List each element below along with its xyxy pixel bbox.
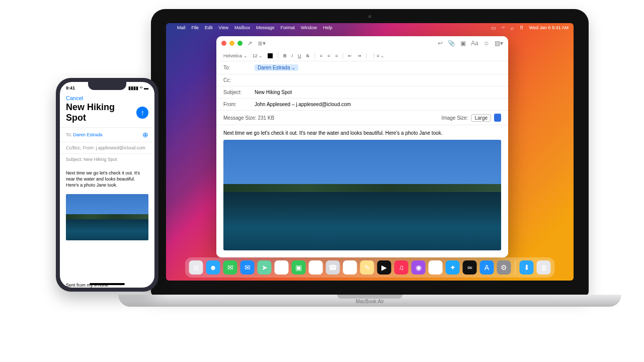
indent-icon[interactable]: ⇥ — [357, 53, 361, 58]
attach-icon[interactable]: 📎 — [448, 40, 455, 47]
recipient-chip[interactable]: Daren Estrada ⌄ — [255, 64, 298, 71]
msgsize-value: 231 KB — [258, 115, 274, 121]
insert-photo-icon[interactable]: ▣ — [460, 40, 466, 47]
to-label: To: — [66, 132, 72, 137]
app-menu[interactable]: Mail — [177, 25, 186, 30]
text-color-swatch[interactable] — [268, 53, 273, 58]
iphone-attached-photo[interactable] — [66, 194, 148, 240]
dock-app-facetime[interactable]: ▣ — [292, 260, 306, 275]
format-bar: Helvetica ⌄ 12 ⌄ B I U S ≡ ≡ ≡ ⇤ ⇥ — [216, 50, 508, 61]
dock-app-contacts[interactable]: ☎ — [326, 260, 340, 275]
dock-app-launchpad[interactable]: ⊞ — [189, 260, 203, 275]
outdent-icon[interactable]: ⇤ — [348, 53, 352, 58]
dock-app-stocks[interactable]: ≃ — [463, 260, 477, 275]
chevron-down-icon[interactable]: ⌄ — [291, 65, 295, 70]
menu-window[interactable]: Window — [301, 25, 317, 30]
underline-button[interactable]: U — [298, 53, 301, 58]
cancel-button[interactable]: Cancel — [66, 95, 83, 101]
spotlight-icon[interactable]: ⌕ — [511, 25, 514, 31]
zoom-button[interactable] — [237, 41, 243, 46]
iphone-to-field[interactable]: To: Daren Estrada ⊕ — [60, 127, 154, 142]
dock-app-notes[interactable]: ✎ — [360, 260, 374, 275]
dock-app-podcasts[interactable]: ◉ — [412, 260, 426, 275]
dock-app-calendar[interactable]: 6 — [309, 260, 323, 275]
dock-app-news[interactable]: N — [429, 260, 443, 275]
ccfrom-label: Cc/Bcc, From: — [66, 145, 95, 150]
format-icon[interactable]: Aa — [471, 40, 478, 47]
dock-downloads[interactable]: ⬇ — [520, 260, 534, 275]
send-button[interactable]: ↑ — [136, 107, 148, 119]
dock-app-safari[interactable]: ✦ — [446, 260, 460, 275]
emoji-icon[interactable]: ☺ — [484, 40, 490, 47]
iphone-subject-field[interactable]: Subject: New Hiking Spot — [60, 153, 154, 165]
home-indicator[interactable] — [90, 283, 125, 285]
compose-body[interactable]: Next time we go let's check it out. It's… — [216, 125, 508, 257]
font-select[interactable]: Helvetica ⌄ — [223, 53, 248, 58]
align-center-icon[interactable]: ≡ — [328, 53, 330, 58]
subject-value: New Hiking Spot — [255, 89, 292, 95]
menu-view[interactable]: View — [219, 25, 228, 30]
dock-app-maps[interactable]: ➤ — [258, 260, 272, 275]
menu-message[interactable]: Message — [256, 25, 275, 30]
align-left-icon[interactable]: ≡ — [320, 53, 323, 58]
menu-mailbox[interactable]: Mailbox — [234, 25, 250, 30]
to-label: To: — [223, 65, 252, 70]
dock-trash[interactable]: 🗑 — [537, 260, 551, 275]
battery-icon[interactable]: ▭ — [491, 25, 496, 31]
dock-app-photos[interactable]: ✿ — [275, 260, 289, 275]
menu-edit[interactable]: Edit — [205, 25, 213, 30]
subject-label: Subject: — [223, 89, 252, 95]
add-recipient-button[interactable]: ⊕ — [142, 131, 148, 139]
send-icon[interactable]: ➚ — [248, 40, 253, 47]
wifi-icon: ⌔ — [140, 85, 142, 90]
macbook-hinge: MacBook Air — [118, 295, 621, 307]
device-label: MacBook Air — [118, 299, 621, 304]
compose-titlebar: ➚ ≣▾ ↩ 📎 ▣ Aa ☺ ▧▾ — [216, 36, 508, 50]
minimize-button[interactable] — [229, 41, 234, 46]
from-field[interactable]: From: John Appleseed – j.appleseed@iclou… — [216, 99, 508, 111]
dock-app-mail[interactable]: ✉ — [240, 260, 255, 275]
wifi-icon[interactable]: ⌔ — [502, 25, 505, 31]
strike-button[interactable]: S — [306, 53, 309, 58]
close-button[interactable] — [221, 41, 226, 46]
macbook-bezel: Mail File Edit View Mailbox Message Form… — [151, 9, 589, 296]
iphone-screen: 9:41 ▮▮▮▮ ⌔ ▬ Cancel New Hiking Spot ↑ T… — [60, 82, 154, 288]
subject-field[interactable]: Subject: New Hiking Spot — [216, 86, 508, 99]
compose-navbar: Cancel — [60, 92, 154, 102]
dock-app-tv[interactable]: ▶ — [377, 260, 391, 275]
header-fields-icon[interactable]: ≣▾ — [258, 40, 266, 47]
markup-icon[interactable]: ▧▾ — [495, 40, 503, 47]
iphone-ccfrom-field[interactable]: Cc/Bcc, From: j.appleseed@icloud.com — [60, 142, 154, 153]
image-size-select[interactable]: Large — [471, 114, 491, 122]
font-size-select[interactable]: 12 ⌄ — [253, 53, 263, 58]
bold-button[interactable]: B — [283, 53, 287, 58]
menu-format[interactable]: Format — [280, 25, 295, 30]
mail-compose-window: ➚ ≣▾ ↩ 📎 ▣ Aa ☺ ▧▾ Helvetica ⌄ 12 ⌄ B — [216, 36, 508, 257]
reply-icon[interactable]: ↩ — [438, 40, 443, 47]
dock-app-reminders[interactable]: ☰ — [343, 260, 357, 275]
dock-app-music[interactable]: ♫ — [394, 260, 409, 275]
dock-app-finder[interactable]: ☻ — [206, 260, 220, 275]
cc-field[interactable]: Cc: — [216, 74, 508, 86]
camera-icon — [368, 15, 371, 18]
size-row: Message Size: 231 KB Image Size: Large — [216, 111, 508, 125]
bullets-icon[interactable]: ⋮≡ ⌄ — [372, 53, 384, 58]
control-center-icon[interactable]: ⠿ — [520, 25, 523, 31]
from-label: From: — [223, 102, 252, 107]
iphone-body[interactable]: Next time we go let's check it out. It's… — [60, 165, 154, 193]
cellular-icon: ▮▮▮▮ — [128, 85, 138, 90]
to-field[interactable]: To: Daren Estrada ⌄ — [216, 61, 508, 74]
italic-button[interactable]: I — [292, 53, 293, 58]
menubar-clock[interactable]: Wed Jan 6 9:41 AM — [529, 25, 569, 30]
msgsize-label: Message Size: — [223, 115, 257, 121]
align-right-icon[interactable]: ≡ — [335, 53, 338, 58]
menu-help[interactable]: Help — [323, 25, 333, 30]
dock-app-appstore[interactable]: A — [480, 260, 494, 275]
dock-app-settings[interactable]: ⚙ — [497, 260, 511, 275]
macbook-device: Mail File Edit View Mailbox Message Form… — [151, 9, 589, 307]
attached-photo[interactable] — [223, 140, 501, 250]
dock-app-messages[interactable]: ✉ — [223, 260, 237, 275]
image-size-stepper[interactable] — [494, 114, 501, 122]
to-value: Daren Estrada — [73, 132, 103, 137]
menu-file[interactable]: File — [192, 25, 199, 30]
